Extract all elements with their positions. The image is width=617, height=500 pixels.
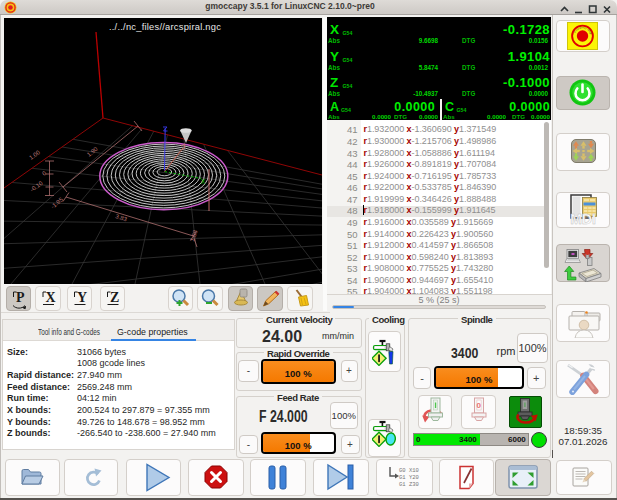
svg-text:X: X [201, 178, 206, 185]
svg-text:../../nc_files//arcspiral.ngc: ../../nc_files//arcspiral.ngc [109, 22, 221, 32]
svg-text:MDI: MDI [570, 211, 596, 225]
svg-text:0: 0 [477, 401, 482, 410]
